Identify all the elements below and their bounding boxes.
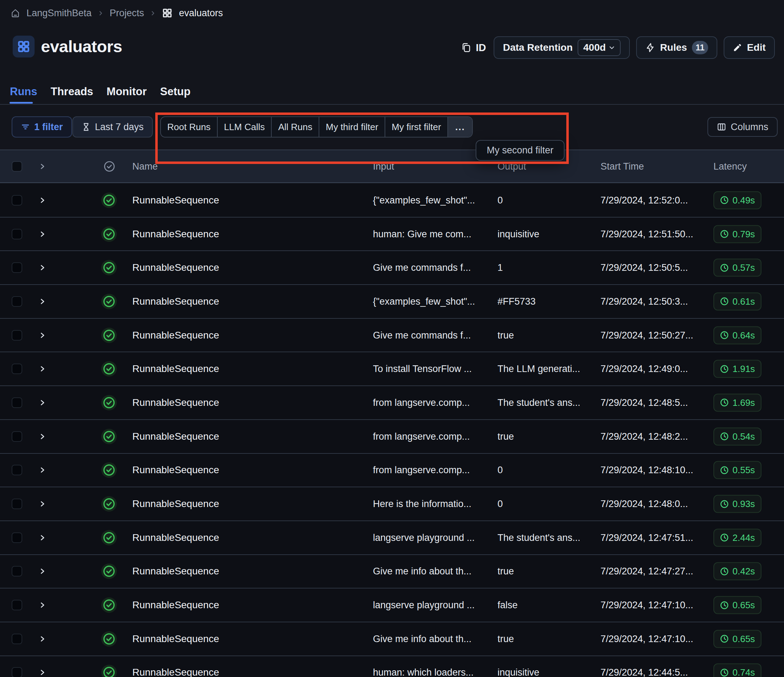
table-row[interactable]: RunnableSequence from langserve.comp... …: [0, 454, 784, 488]
expand-chevron-icon[interactable]: [39, 264, 46, 271]
expand-chevron-icon[interactable]: [39, 399, 46, 406]
data-retention-button[interactable]: Data Retention 400d: [494, 36, 630, 59]
status-success-icon: [101, 361, 117, 377]
table-row[interactable]: RunnableSequence from langserve.comp... …: [0, 386, 784, 420]
table-row[interactable]: RunnableSequence {"examples_few_shot"...…: [0, 285, 784, 319]
expand-chevron-icon[interactable]: [39, 365, 46, 372]
run-name[interactable]: RunnableSequence: [132, 633, 219, 644]
row-checkbox[interactable]: [12, 229, 22, 239]
expand-chevron-icon[interactable]: [39, 601, 46, 609]
expand-chevron-icon[interactable]: [39, 298, 46, 305]
tab-monitor[interactable]: Monitor: [107, 85, 147, 98]
table-row[interactable]: RunnableSequence Give me commands f... 1…: [0, 251, 784, 285]
row-checkbox[interactable]: [12, 431, 22, 442]
column-header-output[interactable]: Output: [498, 161, 526, 172]
segment-overflow-button[interactable]: ...: [447, 117, 472, 137]
clock-icon: [720, 499, 729, 508]
tab-threads[interactable]: Threads: [51, 85, 93, 98]
run-name[interactable]: RunnableSequence: [132, 330, 219, 341]
run-name[interactable]: RunnableSequence: [132, 667, 219, 677]
status-success-icon: [101, 429, 117, 444]
row-checkbox[interactable]: [12, 634, 22, 644]
table-row[interactable]: RunnableSequence human: Give me com... i…: [0, 217, 784, 252]
row-checkbox[interactable]: [12, 330, 22, 341]
row-checkbox[interactable]: [12, 465, 22, 475]
row-checkbox[interactable]: [12, 262, 22, 273]
run-start-time: 7/29/2024, 12:50:27...: [600, 330, 693, 341]
table-row[interactable]: RunnableSequence Here is the informatio.…: [0, 487, 784, 521]
table-row[interactable]: RunnableSequence langserve playground ..…: [0, 521, 784, 555]
edit-button[interactable]: Edit: [724, 36, 775, 59]
run-name[interactable]: RunnableSequence: [132, 565, 219, 577]
run-name[interactable]: RunnableSequence: [132, 464, 219, 476]
home-icon[interactable]: [11, 8, 20, 18]
segment-my-first-filter[interactable]: My first filter: [384, 117, 447, 137]
row-checkbox[interactable]: [12, 363, 22, 374]
expand-chevron-icon[interactable]: [39, 197, 46, 204]
run-name[interactable]: RunnableSequence: [132, 262, 219, 273]
segment-llm-calls[interactable]: LLM Calls: [217, 117, 271, 137]
row-checkbox[interactable]: [12, 498, 22, 509]
run-output: The LLM generati...: [498, 363, 580, 374]
run-name[interactable]: RunnableSequence: [132, 397, 219, 408]
table-row[interactable]: RunnableSequence {"examples_few_shot"...…: [0, 184, 784, 217]
row-checkbox[interactable]: [12, 398, 22, 408]
status-success-icon: [101, 496, 117, 512]
expand-chevron-icon[interactable]: [39, 534, 46, 541]
column-header-start-time[interactable]: Start Time: [600, 161, 644, 172]
row-checkbox[interactable]: [12, 533, 22, 543]
tab-runs[interactable]: Runs: [10, 85, 37, 98]
status-success-icon: [101, 328, 117, 343]
table-row[interactable]: RunnableSequence To install TensorFlow .…: [0, 352, 784, 386]
filter-count-button[interactable]: 1 filter: [12, 116, 72, 138]
run-name[interactable]: RunnableSequence: [132, 532, 219, 543]
column-header-input[interactable]: Input: [373, 161, 394, 172]
menu-item-my-second-filter[interactable]: My second filter: [487, 145, 553, 156]
segment-root-runs[interactable]: Root Runs: [161, 117, 217, 137]
run-name[interactable]: RunnableSequence: [132, 296, 219, 307]
table-row[interactable]: RunnableSequence Give me commands f... t…: [0, 319, 784, 352]
breadcrumb-item-langsmithbeta[interactable]: LangSmithBeta: [26, 8, 92, 19]
row-checkbox[interactable]: [12, 600, 22, 610]
run-name[interactable]: RunnableSequence: [132, 228, 219, 240]
row-checkbox[interactable]: [12, 667, 22, 677]
run-name[interactable]: RunnableSequence: [132, 498, 219, 509]
run-name[interactable]: RunnableSequence: [132, 599, 219, 611]
latency-value: 2.44s: [733, 532, 755, 543]
run-name[interactable]: RunnableSequence: [132, 195, 219, 206]
columns-button[interactable]: Columns: [708, 117, 778, 137]
table-row[interactable]: RunnableSequence langserve playground ..…: [0, 588, 784, 622]
segment-my-third-filter[interactable]: My third filter: [319, 117, 384, 137]
table-row[interactable]: RunnableSequence Give me info about th..…: [0, 622, 784, 656]
copy-id-button[interactable]: ID: [461, 42, 486, 54]
run-name[interactable]: RunnableSequence: [132, 363, 219, 374]
rules-button[interactable]: Rules 11: [636, 36, 717, 59]
row-checkbox[interactable]: [12, 195, 22, 206]
row-checkbox[interactable]: [12, 296, 22, 307]
select-all-checkbox[interactable]: [12, 161, 22, 172]
expand-all-chevron-icon[interactable]: [39, 163, 46, 170]
breadcrumb-item-projects[interactable]: Projects: [110, 8, 144, 19]
expand-chevron-icon[interactable]: [39, 500, 46, 508]
expand-chevron-icon[interactable]: [39, 635, 46, 643]
column-header-name[interactable]: Name: [132, 161, 158, 172]
table-row[interactable]: RunnableSequence Give me info about th..…: [0, 555, 784, 589]
expand-chevron-icon[interactable]: [39, 669, 46, 676]
table-row[interactable]: RunnableSequence from langserve.comp... …: [0, 420, 784, 454]
expand-chevron-icon[interactable]: [39, 568, 46, 575]
run-input: Give me info about th...: [373, 633, 471, 644]
row-checkbox[interactable]: [12, 566, 22, 576]
edit-label: Edit: [747, 42, 766, 53]
column-header-latency[interactable]: Latency: [714, 161, 747, 172]
table-row[interactable]: RunnableSequence human: which loaders...…: [0, 656, 784, 677]
tab-setup[interactable]: Setup: [160, 85, 191, 98]
segment-all-runs[interactable]: All Runs: [271, 117, 319, 137]
date-range-button[interactable]: Last 7 days: [72, 116, 153, 138]
run-name[interactable]: RunnableSequence: [132, 431, 219, 442]
expand-chevron-icon[interactable]: [39, 231, 46, 238]
expand-chevron-icon[interactable]: [39, 433, 46, 440]
expand-chevron-icon[interactable]: [39, 332, 46, 339]
data-retention-value-dropdown[interactable]: 400d: [577, 39, 621, 56]
expand-chevron-icon[interactable]: [39, 466, 46, 474]
run-start-time: 7/29/2024, 12:44:5...: [600, 667, 688, 677]
